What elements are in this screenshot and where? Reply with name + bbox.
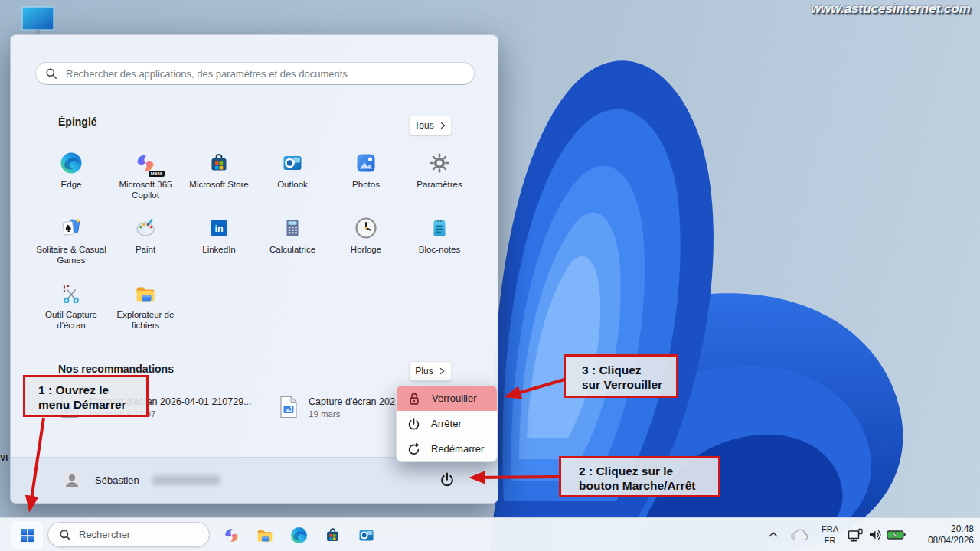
copilot-icon xyxy=(222,526,241,545)
m365-badge: M365 xyxy=(149,171,165,177)
app-label: Edge xyxy=(61,180,82,191)
annotation-step3-box: 3 : Cliquez sur Verrouiller xyxy=(564,354,678,398)
user-name: Sébastien xyxy=(95,474,139,486)
edge-icon xyxy=(289,526,309,545)
app-label: Outlook xyxy=(277,180,308,191)
solitaire-cards-icon xyxy=(58,215,84,241)
power-icon xyxy=(439,471,456,487)
tray-battery[interactable] xyxy=(886,529,907,541)
site-watermark: www.astucesinternet.com xyxy=(811,2,971,17)
taskbar-app-store[interactable] xyxy=(317,523,348,546)
desktop-shortcut-monitor-icon[interactable] xyxy=(21,6,55,38)
taskbar-search-box[interactable]: Rechercher xyxy=(47,522,210,547)
start-menu-user-bar: Sébastien xyxy=(11,457,498,503)
power-icon xyxy=(407,416,421,431)
start-menu-search-bar[interactable] xyxy=(35,62,475,85)
search-icon xyxy=(45,67,57,80)
outlook-icon xyxy=(357,526,376,545)
windows-logo-icon xyxy=(20,528,34,543)
app-label: Calculatrice xyxy=(270,245,315,256)
pinned-app-file-explorer[interactable]: Explorateur de fichiers xyxy=(109,280,182,331)
edge-icon xyxy=(58,150,84,176)
user-profile-button[interactable]: Sébastien xyxy=(62,470,220,490)
tray-network[interactable] xyxy=(847,527,864,543)
outlook-icon xyxy=(279,150,305,176)
search-input[interactable] xyxy=(64,67,465,80)
hidden-desktop-icon-label-fragment: Vl xyxy=(0,453,8,462)
paint-palette-icon xyxy=(132,215,158,241)
user-avatar xyxy=(62,470,82,490)
lock-icon xyxy=(407,391,422,406)
copilot-icon: M365 xyxy=(132,150,158,176)
linkedin-icon: in xyxy=(206,215,232,241)
pinned-app-settings[interactable]: Paramètres xyxy=(403,150,476,191)
pinned-all-button[interactable]: Tous xyxy=(409,116,452,135)
tray-date: 08/04/2026 xyxy=(911,535,974,546)
recommended-more-button[interactable]: Plus xyxy=(409,361,452,381)
notepad-icon xyxy=(426,215,452,241)
annotation-step2-box: 2 : Cliquez sur le bouton Marche/Arrêt xyxy=(559,456,720,497)
pinned-app-linkedin[interactable]: in LinkedIn xyxy=(182,215,256,256)
app-label: Outil Capture d'écran xyxy=(36,310,106,331)
user-surname-blurred xyxy=(152,475,220,485)
file-explorer-icon xyxy=(132,280,158,306)
photos-icon xyxy=(353,150,379,176)
pinned-section-title: Épinglé xyxy=(58,116,97,128)
restart-icon xyxy=(407,442,421,456)
start-button[interactable] xyxy=(11,521,43,549)
tray-onedrive[interactable] xyxy=(789,527,810,543)
search-icon xyxy=(59,529,71,541)
pinned-app-photos[interactable]: Photos xyxy=(329,150,403,191)
app-label: Paint xyxy=(136,245,155,256)
chevron-right-icon xyxy=(439,122,446,129)
tray-volume[interactable] xyxy=(867,527,883,543)
settings-gear-icon xyxy=(426,150,452,176)
app-label: Paramètres xyxy=(416,180,462,191)
annotation-step1-box: 1 : Ouvrez le menu Démarrer xyxy=(23,375,149,417)
app-label: Bloc-notes xyxy=(419,245,460,256)
taskbar-app-outlook[interactable] xyxy=(351,523,381,546)
tray-language-indicator[interactable]: FRA FR xyxy=(816,523,844,546)
file-explorer-icon xyxy=(255,525,275,545)
power-menu-item-shutdown[interactable]: Arrêter xyxy=(397,411,497,436)
app-label: Solitaire & Casual Games xyxy=(36,245,106,266)
chevron-right-icon xyxy=(439,367,446,375)
speaker-icon xyxy=(868,528,882,542)
pinned-app-calculator[interactable]: Calculatrice xyxy=(256,215,329,256)
taskbar-app-copilot[interactable] xyxy=(216,523,247,546)
tray-clock[interactable]: 20:48 08/04/2026 xyxy=(911,523,974,546)
clock-icon xyxy=(353,215,379,241)
pinned-app-copilot[interactable]: M365 Microsoft 365 Copilot xyxy=(109,150,182,201)
app-label: Photos xyxy=(352,180,380,191)
pinned-app-outlook[interactable]: Outlook xyxy=(256,150,329,191)
app-label: Microsoft Store xyxy=(189,180,248,191)
store-icon xyxy=(323,526,342,545)
pinned-app-clock[interactable]: Horloge xyxy=(329,215,403,256)
taskbar: Rechercher FRA FR xyxy=(0,517,980,551)
taskbar-app-file-explorer[interactable] xyxy=(250,523,280,546)
pinned-app-notepad[interactable]: Bloc-notes xyxy=(403,215,476,256)
pinned-app-solitaire[interactable]: Solitaire & Casual Games xyxy=(34,215,108,266)
pinned-app-paint[interactable]: Paint xyxy=(109,215,182,256)
app-label: Microsoft 365 Copilot xyxy=(110,180,181,201)
power-flyout-menu: Verrouiller Arrêter Redémarrer xyxy=(396,385,498,462)
tray-time: 20:48 xyxy=(911,523,974,535)
pinned-app-edge[interactable]: Edge xyxy=(34,150,108,191)
power-button[interactable] xyxy=(436,468,459,491)
power-menu-item-lock[interactable]: Verrouiller xyxy=(397,386,497,411)
pinned-app-store[interactable]: Microsoft Store xyxy=(182,150,256,191)
recommended-item-subtitle: 19 mars xyxy=(309,409,403,419)
image-file-icon xyxy=(279,396,299,419)
recommended-item-title: Capture d'écran 202... xyxy=(309,396,403,407)
power-menu-item-restart[interactable]: Redémarrer xyxy=(397,436,497,461)
app-label: LinkedIn xyxy=(202,245,235,256)
calculator-icon xyxy=(279,215,305,241)
recommended-section-title: Nos recommandations xyxy=(58,363,174,375)
snipping-tool-icon xyxy=(58,280,84,306)
tray-show-hidden-icons[interactable] xyxy=(767,528,779,540)
network-icon xyxy=(848,528,863,543)
app-label: Explorateur de fichiers xyxy=(110,310,181,331)
pinned-app-snipping-tool[interactable]: Outil Capture d'écran xyxy=(34,280,108,331)
cloud-icon xyxy=(789,528,809,542)
taskbar-app-edge[interactable] xyxy=(283,523,314,546)
